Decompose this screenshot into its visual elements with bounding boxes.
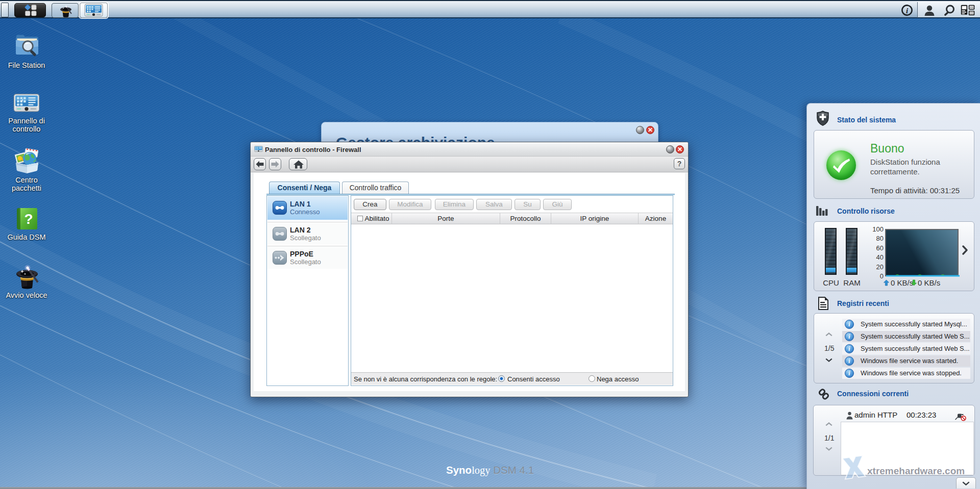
svg-text:i: i xyxy=(906,7,909,15)
svg-text:?: ? xyxy=(24,211,33,227)
